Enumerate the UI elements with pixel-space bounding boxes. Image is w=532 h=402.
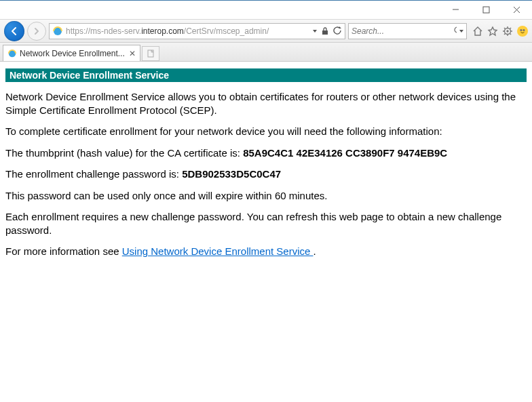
tab-bar: Network Device Enrollment... ✕ (0, 43, 532, 62)
intro-text: Network Device Enrollment Service allows… (5, 90, 527, 117)
more-info-link[interactable]: Using Network Device Enrollment Service (122, 245, 314, 257)
chevron-down-icon[interactable] (313, 30, 317, 33)
tab-title: Network Device Enrollment... (20, 49, 125, 58)
svg-line-15 (510, 33, 511, 34)
toolbar-icons (470, 26, 528, 37)
page-icon (147, 49, 155, 58)
svg-rect-1 (483, 7, 489, 13)
refresh-icon[interactable] (333, 26, 342, 35)
minimize-button[interactable] (440, 1, 471, 20)
svg-line-14 (504, 28, 505, 28)
ie-icon (7, 49, 17, 58)
ie-icon (52, 26, 63, 37)
address-bar-icons (313, 26, 342, 35)
svg-point-6 (455, 27, 457, 33)
new-tab-button[interactable] (142, 46, 159, 61)
close-button[interactable] (501, 1, 532, 20)
search-input[interactable] (352, 26, 454, 36)
forward-button[interactable] (27, 22, 46, 41)
thumbprint-line: The thumbprint (hash value) for the CA c… (5, 146, 527, 160)
smiley-icon[interactable] (517, 26, 528, 37)
svg-line-16 (504, 33, 505, 34)
refresh-text: Each enrollment requires a new challenge… (5, 210, 527, 237)
password-value: 5DB902533D5C0C47 (182, 168, 281, 180)
more-info-line: For more information see Using Network D… (5, 245, 527, 258)
svg-point-19 (523, 29, 525, 31)
back-button[interactable] (4, 21, 24, 41)
browser-navbar: https://ms-ndes-serv.interop.com/CertSrv… (0, 20, 532, 43)
home-icon[interactable] (472, 26, 483, 37)
page-content: Network Device Enrollment Service Networ… (0, 62, 532, 265)
thumbprint-value: 85A9C4C1 42E34126 CC3890F7 9474EB9C (243, 147, 447, 159)
address-bar[interactable]: https://ms-ndes-serv.interop.com/CertSrv… (49, 23, 345, 39)
page-banner: Network Device Enrollment Service (5, 68, 527, 82)
expire-text: This password can be used only once and … (5, 189, 527, 203)
chevron-down-icon[interactable] (459, 30, 463, 33)
close-icon[interactable]: ✕ (128, 49, 136, 58)
lock-icon (321, 27, 329, 35)
url-text: https://ms-ndes-serv.interop.com/CertSrv… (66, 26, 310, 36)
star-icon[interactable] (487, 26, 498, 37)
maximize-button[interactable] (471, 1, 501, 20)
gear-icon[interactable] (502, 26, 513, 37)
password-line: The enrollment challenge password is: 5D… (5, 167, 527, 181)
need-info-text: To complete certificate enrollment for y… (5, 125, 527, 138)
svg-point-9 (506, 30, 508, 32)
search-icon[interactable] (454, 26, 457, 35)
tab-active[interactable]: Network Device Enrollment... ✕ (3, 45, 140, 61)
svg-point-18 (520, 29, 522, 31)
svg-rect-5 (322, 31, 328, 35)
window-titlebar (0, 1, 532, 20)
search-box[interactable] (348, 23, 467, 39)
svg-line-17 (510, 28, 511, 28)
